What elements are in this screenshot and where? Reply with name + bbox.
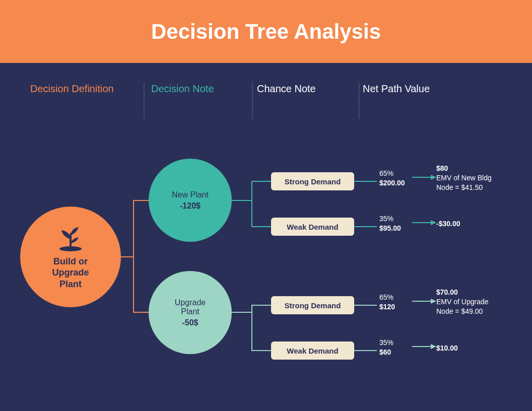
decision-new-plant: New Plant -120$ [149,159,232,242]
col-chance-note: Chance Note [247,83,353,95]
net-primary: -$30.00 [436,219,517,229]
svg-marker-5 [431,299,436,304]
divider [144,83,145,118]
decision-name: New Plant [172,190,209,199]
page-title: Decision Tree Analysis [151,20,381,44]
root-node: Build orUpgradePlant [20,207,121,307]
chance-value: 65% $120 [379,293,395,312]
col-decision-definition: Decision Definition [20,83,141,95]
decision-name: UpgradePlant [175,298,206,316]
chance-amt: $200.00 [379,178,405,188]
chance-strong-demand-new: Strong Demand [271,172,354,190]
net-secondary: EMV of New BldgNode = $41.50 [436,173,517,192]
chance-amt: $95.00 [379,224,401,233]
chance-pct: 35% [379,214,401,224]
net-path-value: $80 EMV of New BldgNode = $41.50 [436,164,517,192]
chance-pct: 65% [379,293,395,302]
svg-marker-1 [431,175,436,180]
net-primary: $10.00 [436,344,517,353]
net-path-value: -$30.00 [436,219,517,229]
chance-value: 35% $95.00 [379,214,401,233]
chance-pct: 65% [379,169,405,178]
decision-cost: -120$ [180,201,201,211]
chance-weak-demand-upg: Weak Demand [271,341,354,360]
net-path-value: $10.00 [436,344,517,353]
col-decision-note: Decision Note [141,83,247,95]
net-primary: $80 [436,164,517,173]
column-headers: Decision Definition Decision Note Chance… [0,83,532,95]
chance-pct: 35% [379,338,393,348]
net-primary: $70.00 [436,288,517,297]
col-net-path-value: Net Path Value [353,83,474,95]
net-secondary: EMV of UpgradeNode = $49.00 [436,297,517,316]
chance-weak-demand-new: Weak Demand [271,218,354,236]
chance-value: 65% $200.00 [379,169,405,188]
chance-amt: $60 [379,348,393,357]
chance-strong-demand-upg: Strong Demand [271,296,354,314]
header-banner: Decision Tree Analysis [0,0,532,63]
chance-value: 35% $60 [379,338,393,357]
svg-marker-3 [431,220,436,225]
plant-icon [55,224,86,252]
root-label: Build orUpgradePlant [52,256,89,290]
decision-cost: -50$ [182,318,198,327]
divider [359,83,360,118]
net-path-value: $70.00 EMV of UpgradeNode = $49.00 [436,288,517,316]
svg-marker-7 [431,344,436,349]
chance-amt: $120 [379,302,395,312]
decision-upgrade-plant: UpgradePlant -50$ [149,271,232,354]
divider [252,83,253,118]
decision-tree: Build orUpgradePlant New Plant -120$ Upg… [20,156,514,393]
